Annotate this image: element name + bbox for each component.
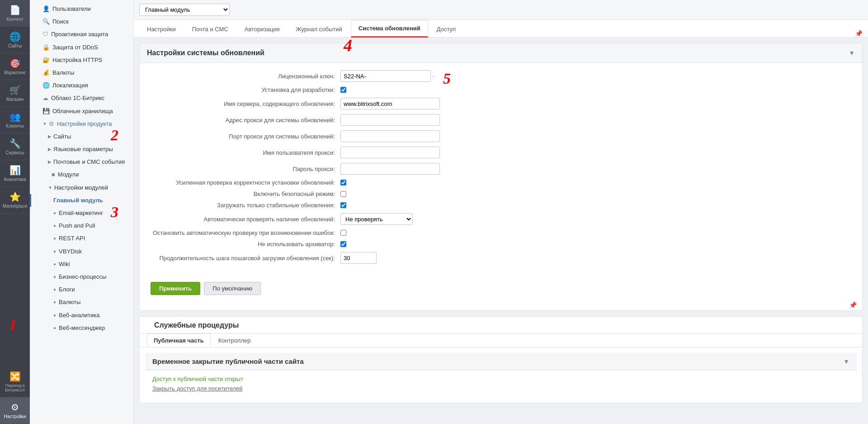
- settings-icon-bar: ⚙: [11, 402, 19, 413]
- sidebar-item-users[interactable]: 👤 Пользователи: [30, 3, 133, 15]
- close-access-text[interactable]: Закрыть доступ для посетителей: [152, 385, 849, 392]
- step-duration-label: Продолжительность шага пошаговой загрузк…: [151, 255, 340, 262]
- icon-bar-analytics[interactable]: 📊 Аналитика: [0, 160, 30, 187]
- proxy-port-label: Порт прокси для системы обновлений:: [151, 133, 340, 140]
- safe-mode-checkbox[interactable]: [340, 191, 346, 197]
- icon-bar: 📄 Контент 🌐 Сайты 🎯 Маркетинг 🛒 Магазин …: [0, 0, 30, 424]
- proxy-user-input[interactable]: [340, 147, 440, 158]
- icon-bar-sites[interactable]: 🌐 Сайты: [0, 27, 30, 53]
- main-content: Главный модульEmail-маркетингPush and Pu…: [134, 0, 868, 424]
- icon-bar-content[interactable]: 📄 Контент: [0, 0, 30, 27]
- enhanced-check-checkbox[interactable]: [340, 180, 346, 186]
- tab-settings[interactable]: Настройки: [139, 21, 184, 37]
- stop-on-error-row: Остановить автоматическую проверку при в…: [151, 229, 851, 236]
- sidebar-item-modules[interactable]: ■ Модули: [30, 168, 133, 181]
- sidebar-item-storage[interactable]: 💾 Облачные хранилища: [30, 105, 133, 118]
- sidebar-item-proactive[interactable]: 🛡 Проактивная защита: [30, 28, 133, 41]
- tab-access[interactable]: Доступ: [429, 21, 463, 37]
- tab-update-system[interactable]: Система обновлений: [351, 20, 428, 38]
- proxy-address-row: Адрес прокси для системы обновлений:: [151, 114, 851, 126]
- icon-bar-marketplace[interactable]: ⭐ Marketplace: [0, 187, 30, 214]
- user-icon: 👤: [42, 5, 50, 13]
- icon-bar-bitrix24[interactable]: 🔀 Переход в Битрикс24: [0, 367, 30, 397]
- sidebar-item-currency[interactable]: 💰 Валюты: [30, 67, 133, 79]
- icon-bar-marketing[interactable]: 🎯 Маркетинг: [0, 53, 30, 80]
- tab-event-log[interactable]: Журнал событий: [288, 21, 350, 37]
- pin-icon-panel[interactable]: 📌: [849, 301, 857, 309]
- enhanced-check-label: Усиленная проверка корректности установк…: [151, 179, 340, 186]
- dev-install-checkbox[interactable]: [340, 87, 346, 93]
- stable-only-label: Загружать только стабильные обновления:: [151, 202, 340, 209]
- closure-title: Временное закрытие публичной части сайта: [152, 357, 304, 365]
- service-procs-title: Служебные процедуры: [147, 315, 246, 333]
- sidebar-item-web-analytics[interactable]: ● Веб-аналитика: [30, 309, 133, 322]
- icon-bar-settings[interactable]: ⚙ Настройки: [0, 397, 30, 424]
- closure-header: Временное закрытие публичной части сайта…: [145, 353, 857, 370]
- sidebar-item-push-pull[interactable]: ● Push and Pull: [30, 219, 133, 232]
- closure-collapse-btn[interactable]: ▼: [843, 358, 849, 365]
- ddos-icon: 🔒: [42, 43, 50, 52]
- proxy-address-input[interactable]: [340, 114, 440, 126]
- services-icon: 🔧: [9, 138, 21, 149]
- update-settings-form: Лицензионный ключ: - Установка для разра…: [140, 63, 862, 276]
- sidebar-item-currencies[interactable]: ● Валюты: [30, 296, 133, 309]
- pin-icon-tabs[interactable]: 📌: [855, 30, 863, 37]
- sidebar-item-web-messenger[interactable]: ● Веб-мессенджер: [30, 322, 133, 334]
- sidebar-item-cloud[interactable]: ☁ Облако 1С-Битрикс: [30, 92, 133, 105]
- sub-tab-public[interactable]: Публичная часть: [147, 333, 211, 347]
- step-duration-input[interactable]: [340, 252, 377, 264]
- proxy-port-input[interactable]: [340, 130, 440, 142]
- locale-icon: 🌐: [42, 81, 50, 90]
- sidebar-item-module-settings[interactable]: ▼ Настройки модулей: [30, 181, 133, 194]
- sidebar-item-vbydisk[interactable]: ● VBYDisk: [30, 245, 133, 258]
- shield-icon: 🛡: [42, 30, 48, 38]
- stable-only-row: Загружать только стабильные обновления:: [151, 202, 851, 209]
- sidebar-item-wiki[interactable]: ● Wiki: [30, 258, 133, 271]
- proxy-user-row: Имя пользователя прокси:: [151, 147, 851, 158]
- sidebar-item-locale[interactable]: 🌐 Локализация: [30, 79, 133, 92]
- update-server-input[interactable]: [340, 98, 440, 110]
- dev-install-checkbox-wrap: [340, 87, 348, 93]
- arrow-right-icon-lang: ▶: [48, 146, 52, 152]
- arrow-right-icon-sites: ▶: [48, 133, 52, 140]
- module-dropdown[interactable]: Главный модульEmail-маркетингPush and Pu…: [139, 4, 230, 16]
- sidebar-item-product-settings[interactable]: ▼ ⚙ Настройки продукта: [30, 118, 133, 130]
- sidebar-item-biz-proc[interactable]: ● Бизнес-процессы: [30, 271, 133, 283]
- stable-only-checkbox[interactable]: [340, 202, 346, 208]
- sidebar: 👤 Пользователи 🔍 Поиск 🛡 Проактивная защ…: [30, 0, 134, 424]
- bitrix24-icon: 🔀: [9, 371, 21, 382]
- dev-install-label: Установка для разработки:: [151, 86, 340, 93]
- tab-auth[interactable]: Авторизация: [237, 21, 288, 37]
- default-button[interactable]: По умолчанию: [204, 282, 261, 295]
- tab-mail-sms[interactable]: Почта и СМС: [184, 21, 236, 37]
- collapse-button[interactable]: ▼: [849, 49, 855, 57]
- sidebar-item-lang[interactable]: ▶ Языковые параметры: [30, 143, 133, 156]
- sidebar-item-sites-sub[interactable]: ▶ Сайты: [30, 130, 133, 143]
- sidebar-item-rest-api[interactable]: ● REST API: [30, 232, 133, 245]
- currency-icon: 💰: [42, 69, 50, 77]
- apply-button[interactable]: Применить: [151, 282, 200, 295]
- auto-check-select[interactable]: Не проверять Ежедневно Еженедельно: [340, 213, 413, 225]
- sidebar-item-mail-sms[interactable]: ▶ Почтовые и СМС события: [30, 156, 133, 168]
- sub-tab-controller[interactable]: Контроллер: [212, 333, 258, 347]
- proxy-password-input[interactable]: [340, 163, 440, 175]
- stop-on-error-checkbox[interactable]: [340, 230, 346, 236]
- service-procs-section: Служебные процедуры: [140, 317, 862, 329]
- icon-bar-shop[interactable]: 🛒 Магазин: [0, 80, 30, 107]
- sidebar-item-email-marketing[interactable]: ● Email-маркетинг: [30, 207, 133, 219]
- update-settings-header: Настройки системы обновлений ▼: [140, 43, 862, 63]
- sidebar-item-https[interactable]: 🔐 Настройка HTTPS: [30, 54, 133, 67]
- https-icon: 🔐: [42, 56, 50, 64]
- icon-bar-services[interactable]: 🔧 Сервисы: [0, 133, 30, 160]
- sidebar-item-search[interactable]: 🔍 Поиск: [30, 15, 133, 28]
- product-settings-icon: ⚙: [49, 120, 54, 128]
- sidebar-item-ddos[interactable]: 🔒 Защита от DDoS: [30, 41, 133, 54]
- update-server-label: Имя сервера, содержащего обновления:: [151, 100, 340, 107]
- update-server-row: Имя сервера, содержащего обновления:: [151, 98, 851, 110]
- license-key-input[interactable]: [340, 70, 431, 82]
- icon-bar-clients[interactable]: 👥 Клиенты: [0, 107, 30, 133]
- sidebar-item-blogs[interactable]: ● Блоги: [30, 283, 133, 296]
- sidebar-item-main-module[interactable]: Главный модуль: [30, 194, 133, 207]
- no-archiver-checkbox[interactable]: [340, 241, 346, 247]
- access-open-text[interactable]: Доступ к публичной части открыт: [152, 376, 849, 382]
